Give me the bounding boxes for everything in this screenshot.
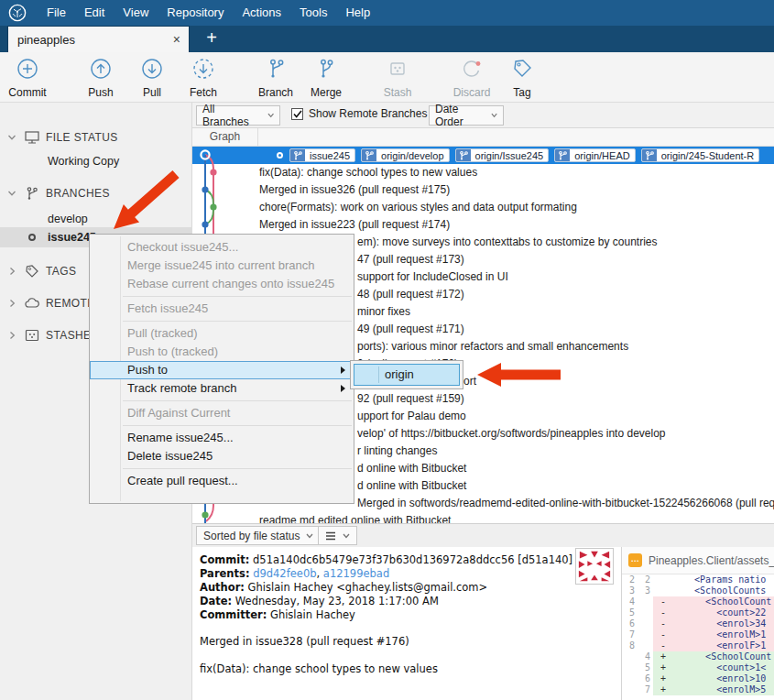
date-label: Date: (200, 595, 232, 607)
diff-line-add: 4+ <SchoolCount (622, 651, 774, 662)
discard-icon (445, 54, 498, 83)
menu-item-track-remote-branch[interactable]: Track remote branch (90, 379, 354, 398)
old-line-number (622, 684, 638, 695)
tag-button[interactable]: Tag (500, 54, 544, 100)
toolbar-button-label: Branch (258, 86, 293, 99)
new-line-number: 2 (638, 574, 653, 585)
commit-hash: d51a140dc6b5479e73f37b630d136972a8ddcc56… (253, 553, 572, 566)
new-line-number: 4 (638, 651, 653, 662)
commit-row[interactable]: chore(Formats): work on various styles a… (259, 199, 577, 216)
pull-button[interactable]: Pull (130, 54, 174, 100)
commit-row[interactable]: velop' of https://bitbucket.org/softword… (357, 425, 666, 443)
sidebar-item-working-copy[interactable]: Working Copy (0, 151, 192, 171)
branch-pill-origin-develop: origin/develop (361, 148, 450, 162)
new-line-number (638, 607, 653, 618)
commit-row[interactable]: ports): various minor refactors and smal… (357, 338, 628, 355)
branch-pill-issue245: issue245 (289, 148, 355, 162)
menu-separator (90, 398, 354, 404)
branches-filter-dropdown[interactable]: All Branches (196, 105, 280, 126)
chevron-right-icon[interactable] (7, 299, 16, 308)
menu-help[interactable]: Help (336, 5, 379, 19)
commit-row[interactable]: minor fixes (357, 303, 410, 321)
parent-commit-link[interactable]: a12199ebad (323, 567, 389, 580)
sort-by-dropdown[interactable]: Sorted by file status (196, 526, 321, 545)
menu-item-push-to[interactable]: Push to (90, 361, 354, 379)
old-line-number: 8 (622, 640, 638, 651)
branch-pill-label: origin/develop (376, 150, 449, 161)
chevron-down-icon[interactable] (7, 189, 16, 198)
diff-marker: + (653, 673, 672, 684)
sidebar-item-develop[interactable]: develop (0, 209, 192, 229)
chevron-right-icon[interactable] (7, 267, 16, 276)
commit-row[interactable]: Merged in softwords/readmemd-edited-onli… (357, 495, 774, 512)
menu-item-label: Diff Against Current (127, 406, 230, 420)
modified-file-icon: ... (628, 553, 642, 567)
commit-row[interactable]: 47 (pull request #173) (357, 251, 464, 268)
menu-edit[interactable]: Edit (75, 5, 114, 19)
branch-button[interactable]: Branch (251, 54, 300, 100)
commit-message: Merged in issue328 (pull request #176)fi… (200, 635, 621, 676)
toolbar-button-label: Stash (384, 86, 412, 99)
commit-row[interactable]: readme md edited online with Bitbucket (259, 512, 451, 523)
merge-button[interactable]: Merge (302, 54, 350, 100)
old-line-number: 6 (622, 618, 638, 629)
commit-row[interactable]: ort (463, 373, 476, 390)
commit-message-line (200, 649, 621, 662)
commit-icon (1, 54, 54, 83)
view-options-dropdown[interactable] (318, 526, 357, 545)
old-line-number (622, 673, 638, 684)
menu-actions[interactable]: Actions (233, 5, 290, 19)
date-value: Wednesday, May 23, 2018 1:17:00 AM (235, 595, 439, 607)
commit-row[interactable]: support for IncludeClosed in UI (357, 268, 508, 286)
commit-row[interactable]: r linting changes (357, 443, 437, 460)
parent-commit-link[interactable]: d9d42fee0b (253, 567, 316, 580)
commit-row[interactable]: fix(Data): change school types to new va… (259, 164, 477, 181)
diff-line-add: 7+ <enrolM>5 (622, 684, 774, 695)
branch-pill-origin-head: origin/HEAD (554, 148, 636, 162)
menu-item-create-pull-request[interactable]: Create pull request... (90, 472, 354, 490)
diff-file-header[interactable]: ... Pineapples.Client/assets_loca (622, 547, 774, 574)
commit-row[interactable]: 49 (pull request #171) (357, 321, 464, 338)
menu-item-delete-issue245[interactable]: Delete issue245 (90, 447, 354, 465)
menu-repository[interactable]: Repository (158, 5, 233, 19)
commit-row[interactable]: 48 (pull request #172) (357, 286, 464, 303)
menu-item-rename-issue245[interactable]: Rename issue245... (90, 429, 354, 447)
push-button[interactable]: Push (79, 54, 123, 100)
main-toolbar: CommitPushPullFetchBranchMergeStashDisca… (0, 52, 774, 103)
fetch-button[interactable]: Fetch (180, 54, 227, 100)
new-line-number: 5 (638, 662, 653, 673)
commit-row[interactable]: d online with Bitbucket (357, 460, 466, 477)
author-value: Ghislain Hachey <ghachey.lists@gmail.com… (248, 581, 488, 594)
commit-row[interactable]: upport for Palau demo (357, 408, 466, 425)
tag-icon (500, 54, 544, 83)
commit-row[interactable]: em): move surveys into contexttabs to cu… (357, 234, 657, 251)
sidebar-item-file-status[interactable]: FILE STATUS (0, 127, 192, 148)
commit-row[interactable]: Merged in issue326 (pull request #175) (259, 181, 450, 199)
commit-button[interactable]: Commit (1, 54, 54, 100)
chevron-right-icon[interactable] (7, 331, 16, 340)
commit-row[interactable]: d online with Bitbucket (357, 477, 466, 495)
chevron-down-icon[interactable] (7, 133, 16, 142)
order-filter-dropdown[interactable]: Date Order (429, 105, 504, 126)
old-line-number (622, 651, 638, 662)
commit-row[interactable]: 92 (pull request #159) (357, 390, 464, 408)
show-remote-branches-checkbox[interactable]: Show Remote Branches (291, 107, 427, 120)
menu-file[interactable]: File (38, 5, 75, 19)
toolbar-button-label: Discard (453, 86, 491, 99)
diff-marker: + (653, 684, 672, 695)
diff-marker: + (653, 662, 672, 673)
new-tab-button[interactable]: + (200, 26, 223, 52)
sidebar-item-branches[interactable]: BRANCHES (0, 183, 192, 203)
branch-icon (362, 148, 376, 162)
toolbar-button-label: Fetch (190, 86, 217, 99)
tab-pineapples[interactable]: pineapples × (7, 26, 190, 52)
commit-row[interactable]: Merged in issue223 (pull request #174) (259, 216, 450, 234)
menu-tools[interactable]: Tools (290, 5, 336, 19)
pull-icon (130, 54, 174, 83)
submenu-item-origin[interactable]: origin (354, 364, 460, 386)
tab-close-icon[interactable]: × (165, 32, 189, 47)
commit-list-header: Graph (192, 128, 774, 147)
menu-view[interactable]: View (114, 5, 158, 19)
diff-pane: ... Pineapples.Client/assets_loca 22 <Pa… (621, 547, 774, 700)
selected-commit-row[interactable]: issue245origin/developorigin/Issue245ori… (192, 147, 774, 164)
